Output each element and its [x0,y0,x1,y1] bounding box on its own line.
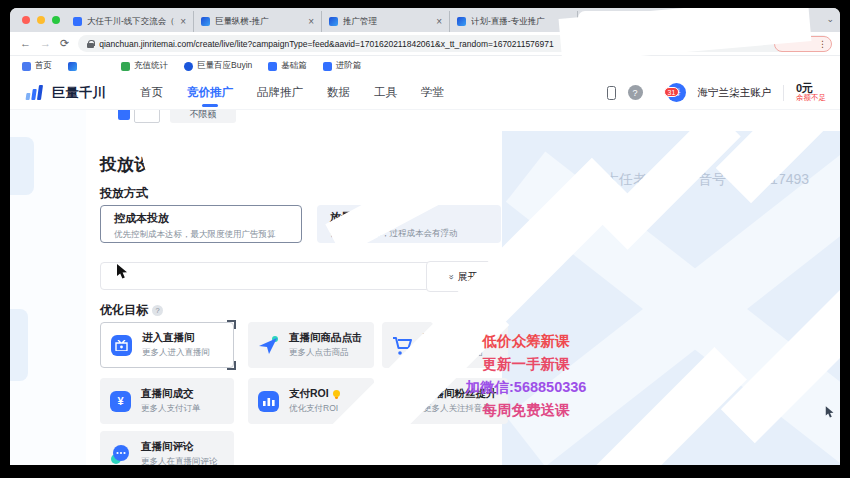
budget-input-fragment[interactable] [134,109,160,123]
mouse-cursor-icon [116,264,129,284]
nav-home[interactable]: 首页 [140,76,163,109]
lightbulb-icon [333,390,340,397]
tab-title: 计划-直播-专业推广 [471,16,559,28]
bookmark-label: 充值统计 [134,60,168,72]
minimize-window-button[interactable] [37,16,45,24]
cover-stripe [140,119,264,179]
bookmark-label: 首页 [35,60,52,72]
balance-warning: 余额不足 [796,94,826,102]
nav-tools[interactable]: 工具 [374,76,397,109]
tab-close-icon[interactable]: × [436,16,442,27]
tab-overflow-chevron-icon[interactable]: ⌄ [826,14,834,24]
close-window-button[interactable] [22,16,30,24]
goal-title-text: 支付ROI [289,387,329,399]
nav-academy[interactable]: 学堂 [421,76,444,109]
bookmark-label: 基础篇 [281,60,307,72]
nav-bidding-promotion[interactable]: 竞价推广 [187,76,233,109]
bookmark-icon-only[interactable] [68,62,81,71]
bookmark-icon [121,62,130,71]
tab-title: 推广管理 [343,16,431,28]
tab-favicon [73,17,82,26]
goal-title: 直播间商品点击 [289,331,363,345]
bookmark-advanced[interactable]: 进阶篇 [323,60,362,72]
account-name[interactable]: 海宁兰柒主账户 [698,86,772,100]
goal-card-transaction[interactable]: ¥ 直播间成交 更多人支付订单 [100,378,234,424]
collapsed-settings-bar[interactable]: « 展开 [100,262,500,290]
yen-icon: ¥ [108,389,133,414]
help-icon[interactable]: ? [628,85,643,100]
promo-line: 加微信:568850336 [450,376,602,399]
nav-brand-promotion[interactable]: 品牌推广 [257,76,303,109]
bookmark-basics[interactable]: 基础篇 [268,60,307,72]
browser-window: 大任千川-线下交流会（基础篇） × 巨量纵横-推广 × 推广管理 × 计划-直播… [10,8,840,465]
bookmark-label: 进阶篇 [336,60,362,72]
reload-button[interactable]: ⟳ [60,38,69,49]
tab-juliang-zongheng[interactable]: 巨量纵横-推广 × [194,11,322,32]
optimize-goal-text: 优化目标 [100,303,148,317]
bookmark-icon [184,62,193,71]
forward-button[interactable]: → [40,38,51,49]
divider [783,85,784,101]
goal-desc: 优化支付ROI [289,403,340,415]
bookmark-home[interactable]: 首页 [22,60,52,72]
bookmark-icon [22,62,31,71]
balance-block[interactable]: 0元 余额不足 [796,82,826,102]
option-title: 控成本投放 [114,211,288,226]
goal-title: 直播间成交 [141,387,201,401]
optimize-goal-label: 优化目标? [100,302,163,319]
goal-desc: 更多人点击商品 [289,347,363,359]
promo-line: 每周免费送课 [450,399,602,422]
delivery-method-label: 投放方式 [100,185,148,202]
chevron-double-down-icon: « [446,274,456,279]
promo-line: 低价众筹新课 [450,330,602,353]
header-right-cluster: ? 31 海 海宁兰柒主账户 0元 余额不足 [607,82,827,102]
bookmarks-bar: 首页 充值统计 巨量百应Buyin 基础篇 进阶篇 [10,56,840,76]
brand-name: 巨量千川 [52,84,106,102]
no-limit-chip[interactable]: 不限额 [170,109,236,123]
delivery-option-cost-control[interactable]: 控成本投放 优先控制成本达标，最大限度使用广告预算 [100,205,302,243]
bookmark-label: 巨量百应Buyin [197,60,252,72]
tab-favicon [329,17,338,26]
tab-title: 大任千川-线下交流会（基础篇） [87,16,175,28]
window-controls [22,16,60,24]
kebab-menu-icon[interactable]: ⋮ [818,39,827,49]
option-desc: 优先控制成本达标，最大限度使用广告预算 [114,229,288,241]
site-nav: 首页 竞价推广 品牌推广 数据 工具 学堂 [140,76,444,109]
bookmark-recharge-stats[interactable]: 充值统计 [121,60,168,72]
tab-promotion-manage[interactable]: 推广管理 × [322,11,450,32]
nav-data[interactable]: 数据 [327,76,350,109]
logo-bar [31,89,37,100]
goal-card-product-click[interactable]: 直播间商品点击 更多人点击商品 [248,322,374,368]
goal-desc: 更多人进入直播间 [142,347,210,359]
tab-favicon [457,17,466,26]
site-header: 巨量千川 首页 竞价推广 品牌推广 数据 工具 学堂 ? 31 海 海宁兰柒主账… [10,76,840,109]
mobile-app-icon[interactable] [607,86,616,100]
bookmark-buyin[interactable]: 巨量百应Buyin [184,60,252,72]
tab-daren-qianchuan[interactable]: 大任千川-线下交流会（基础篇） × [66,11,194,32]
promo-line: 更新一手新课 [450,353,602,376]
paper-plane-icon [256,333,281,358]
logo-bar [26,93,31,100]
goal-card-comments[interactable]: 直播间评论 更多人在直播间评论 [100,431,234,465]
promo-overlay-text: 低价众筹新课 更新一手新课 加微信:568850336 每周免费送课 [450,330,602,422]
comment-icon [108,442,133,466]
goal-card-enter-liveroom[interactable]: 进入直播间 更多人进入直播间 [100,322,234,368]
live-tv-icon [109,333,134,358]
maximize-window-button[interactable] [52,16,60,24]
background-shape [10,137,34,195]
goal-desc: 更多人支付订单 [141,403,201,415]
info-icon[interactable]: ? [152,305,163,316]
bookmark-icon [68,62,77,71]
tab-title: 巨量纵横-推广 [215,16,303,28]
tab-favicon [201,17,210,26]
budget-icon [118,109,130,120]
goal-title: 直播间评论 [141,440,218,454]
goal-title: 支付ROI [289,387,340,401]
lock-icon [87,40,94,48]
qianchuan-logo-icon[interactable] [26,85,42,100]
tab-close-icon[interactable]: × [180,16,186,27]
goal-title: 进入直播间 [142,331,210,345]
tab-close-icon[interactable]: × [308,16,314,27]
notification-badge: 31 [664,87,680,97]
back-button[interactable]: ← [20,38,31,49]
